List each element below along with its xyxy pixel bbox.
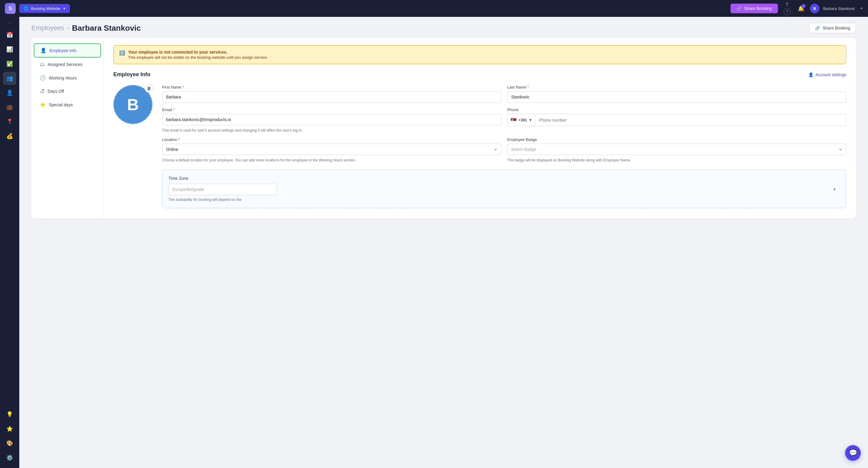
nav-arrow-left[interactable]: ‹ xyxy=(8,21,9,25)
employee-avatar[interactable]: B 🗑 xyxy=(113,85,153,124)
notifications-button[interactable]: 🔔 1 xyxy=(796,3,806,13)
timezone-label: Time Zone xyxy=(168,176,840,181)
employee-badge-group: Employee Badge Select Badge The badge wi… xyxy=(507,137,846,162)
email-group: Email * This email is used for user's ac… xyxy=(162,107,501,133)
sidebar-item-tasks[interactable]: ✅ xyxy=(3,57,16,70)
notification-badge: 1 xyxy=(801,4,806,8)
main-layout: ‹ › 📅 📊 ✅ 👥 👤 💼 📍 💰 💡 ⭐ 🎨 ⚙️ Employees ›… xyxy=(0,17,868,468)
help-button[interactable]: ? ? xyxy=(781,0,792,17)
timezone-section: Time Zone Europe/Belgrade ▼ The availabi… xyxy=(162,170,846,208)
breadcrumb-parent[interactable]: Employees xyxy=(31,24,64,32)
sidebar-item-settings[interactable]: ⚙️ xyxy=(3,451,16,464)
special-days-icon: ⭐ xyxy=(40,102,46,107)
form-fields: First Name * Last Name * xyxy=(162,85,846,208)
email-input[interactable] xyxy=(162,114,501,125)
sidebar-item-calendar[interactable]: 📅 xyxy=(3,28,16,41)
first-name-group: First Name * xyxy=(162,85,501,103)
share-booking-page-label: Share Booking xyxy=(823,26,850,30)
chevron-down-icon: ▼ xyxy=(63,7,66,10)
badge-select[interactable]: Select Badge xyxy=(507,144,846,155)
avatar-section: B 🗑 xyxy=(113,85,153,124)
form-layout: B 🗑 First Name * xyxy=(113,85,846,208)
main-content: ℹ️ Your employee is not connected to you… xyxy=(104,38,856,219)
employee-card: 👤 Employee Info 🗂 Assigned Services 🕐 Wo… xyxy=(31,38,856,219)
sidebar-item-services[interactable]: 💼 xyxy=(3,101,16,114)
share-booking-page-button[interactable]: 🔗 Share Booking xyxy=(809,23,856,33)
warning-banner: ℹ️ Your employee is not connected to you… xyxy=(113,45,846,64)
location-badge-row: Location * Online Choose a default locat… xyxy=(162,137,846,162)
booking-website-button[interactable]: 🌐 Booking Website ▼ xyxy=(19,4,70,13)
menu-item-working-hours-label: Working Hours xyxy=(49,76,76,80)
phone-label: Phone xyxy=(507,107,846,112)
first-name-input[interactable] xyxy=(162,91,501,103)
employee-info-icon: 👤 xyxy=(40,47,46,53)
sidebar-menu: 👤 Employee Info 🗂 Assigned Services 🕐 Wo… xyxy=(31,38,104,219)
top-nav: S 🌐 Booking Website ▼ 🔗 Share Booking ? … xyxy=(0,0,868,17)
menu-item-assigned-services-label: Assigned Services xyxy=(48,62,82,67)
user-name-nav: Barbara Stankovic xyxy=(823,6,855,11)
globe-icon: 🌐 xyxy=(24,6,29,11)
timezone-chevron-icon: ▼ xyxy=(833,187,836,192)
sidebar-item-dashboard[interactable]: 📊 xyxy=(3,43,16,56)
share-booking-nav-label: Share Booking xyxy=(744,6,772,11)
phone-input-group: 🇷🇸 +381 ▼ xyxy=(507,114,846,126)
menu-item-days-off-label: Days Off xyxy=(48,89,64,94)
flag-icon: 🇷🇸 xyxy=(510,117,517,123)
sidebar-item-finance[interactable]: 💰 xyxy=(3,130,16,143)
sidebar-item-location[interactable]: 📍 xyxy=(3,115,16,128)
menu-item-special-days[interactable]: ⭐ Special days xyxy=(34,98,101,111)
user-menu-chevron[interactable]: ▼ xyxy=(860,7,863,10)
sidebar-item-palette[interactable]: 🎨 xyxy=(3,437,16,450)
sidebar-item-employees[interactable]: 👥 xyxy=(3,72,16,85)
account-settings-link[interactable]: 👤 Account settings xyxy=(808,72,846,77)
logo: S xyxy=(5,3,16,14)
menu-item-assigned-services[interactable]: 🗂 Assigned Services xyxy=(34,58,101,71)
menu-item-days-off[interactable]: 🏖 Days Off xyxy=(34,85,101,98)
left-sidebar: ‹ › 📅 📊 ✅ 👥 👤 💼 📍 💰 💡 ⭐ 🎨 ⚙️ xyxy=(0,17,19,468)
working-hours-icon: 🕐 xyxy=(40,75,46,81)
avatar-delete-button[interactable]: 🗑 xyxy=(145,84,153,93)
timezone-select-wrapper: Europe/Belgrade ▼ xyxy=(168,184,840,195)
location-label: Location * xyxy=(162,137,501,142)
badge-hint: The badge will be displayed on Booking W… xyxy=(507,158,846,162)
phone-input[interactable] xyxy=(535,114,846,126)
last-name-label: Last Name * xyxy=(507,85,846,90)
sidebar-item-contacts[interactable]: 👤 xyxy=(3,86,16,99)
location-select-wrapper: Online xyxy=(162,144,501,155)
days-off-icon: 🏖 xyxy=(40,89,44,94)
timezone-hint: The availability for booking will depend… xyxy=(168,198,840,202)
email-label: Email * xyxy=(162,107,501,112)
contact-row: Email * This email is used for user's ac… xyxy=(162,107,846,133)
menu-item-working-hours[interactable]: 🕐 Working Hours xyxy=(34,71,101,84)
location-select[interactable]: Online xyxy=(162,144,501,155)
share-icon-page: 🔗 xyxy=(815,26,820,30)
share-booking-nav-button[interactable]: 🔗 Share Booking xyxy=(731,4,778,13)
help-icon: ? xyxy=(785,2,788,8)
sidebar-item-star[interactable]: ⭐ xyxy=(3,422,16,435)
nav-arrow-right[interactable]: › xyxy=(10,21,11,25)
timezone-select[interactable]: Europe/Belgrade xyxy=(168,184,277,195)
chat-fab-button[interactable]: 💬 xyxy=(845,445,861,461)
employee-badge-label: Employee Badge xyxy=(507,137,846,142)
last-name-input[interactable] xyxy=(507,91,846,103)
breadcrumb: Employees › Barbara Stankovic xyxy=(31,24,141,33)
breadcrumb-separator: › xyxy=(67,25,69,31)
user-avatar: B xyxy=(810,4,819,13)
warning-icon: ℹ️ xyxy=(119,50,125,56)
name-row: First Name * Last Name * xyxy=(162,85,846,103)
warning-title: Your employee is not connected to your s… xyxy=(128,50,268,55)
menu-item-special-days-label: Special days xyxy=(49,102,73,107)
content-area: Employees › Barbara Stankovic 🔗 Share Bo… xyxy=(19,17,868,468)
avatar-letter: B xyxy=(127,95,139,114)
menu-item-employee-info[interactable]: 👤 Employee Info xyxy=(34,43,101,58)
account-settings-icon: 👤 xyxy=(808,72,813,77)
share-icon: 🔗 xyxy=(737,6,742,11)
section-header: Employee Info 👤 Account settings xyxy=(113,71,846,78)
menu-item-employee-info-label: Employee Info xyxy=(50,48,76,53)
phone-country-selector[interactable]: 🇷🇸 +381 ▼ xyxy=(507,114,535,126)
sidebar-item-bulb[interactable]: 💡 xyxy=(3,408,16,421)
account-settings-label: Account settings xyxy=(815,72,846,77)
location-group: Location * Online Choose a default locat… xyxy=(162,137,501,162)
last-name-group: Last Name * xyxy=(507,85,846,103)
warning-subtitle: This employee will not be visible on the… xyxy=(128,55,268,60)
